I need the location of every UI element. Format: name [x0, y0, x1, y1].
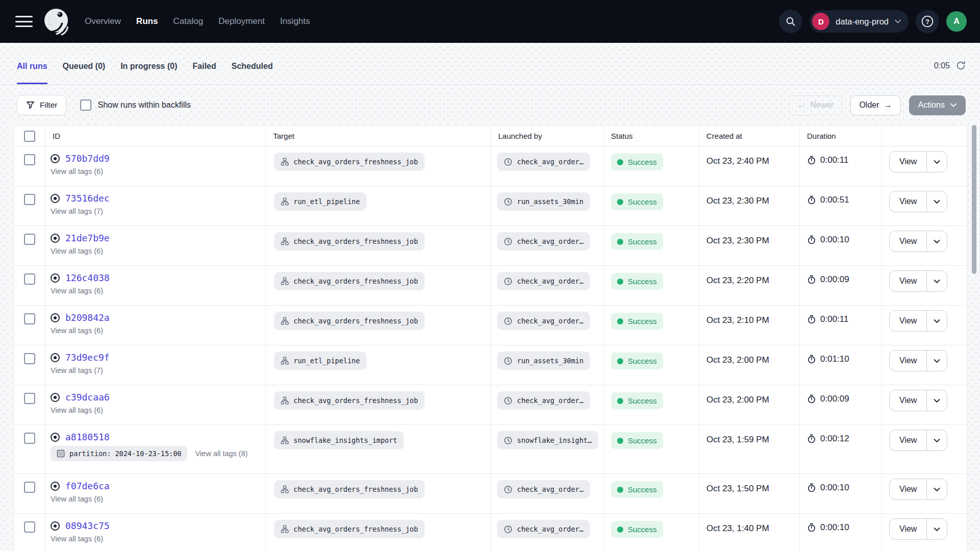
menu-icon[interactable]: [15, 15, 33, 28]
launched-by-tag[interactable]: check_avg_order…: [497, 391, 590, 410]
view-all-tags-link[interactable]: View all tags (7): [51, 207, 103, 215]
select-all-checkbox[interactable]: [24, 131, 35, 142]
view-dropdown-button[interactable]: [927, 390, 947, 411]
clock-icon: [504, 485, 512, 494]
view-dropdown-button[interactable]: [927, 152, 947, 172]
partition-tag[interactable]: partition: 2024-10-23-15:00: [51, 446, 187, 461]
row-checkbox[interactable]: [24, 521, 35, 533]
view-all-tags-link[interactable]: View all tags (8): [195, 449, 248, 458]
tab-queued[interactable]: Queued (0): [63, 43, 106, 84]
launched-by-tag[interactable]: check_avg_order…: [497, 520, 590, 538]
view-button[interactable]: View: [890, 519, 927, 539]
launched-by-tag[interactable]: run_assets_30min: [497, 352, 590, 370]
view-button[interactable]: View: [890, 479, 927, 499]
run-id-link[interactable]: 126c4038: [65, 272, 110, 283]
launched-by-tag[interactable]: check_avg_order…: [497, 272, 590, 290]
actions-button[interactable]: Actions: [909, 95, 966, 115]
row-checkbox[interactable]: [24, 313, 35, 324]
view-dropdown-button[interactable]: [927, 191, 947, 212]
run-id-link[interactable]: a8180518: [65, 432, 110, 442]
tab-scheduled[interactable]: Scheduled: [232, 43, 273, 84]
run-id-link[interactable]: 73d9ec9f: [65, 352, 110, 363]
view-dropdown-button[interactable]: [927, 430, 947, 450]
run-id-link[interactable]: c39dcaa6: [65, 392, 110, 403]
view-all-tags-link[interactable]: View all tags (6): [51, 247, 103, 255]
view-button[interactable]: View: [890, 390, 927, 411]
status-dot-icon: [617, 487, 623, 493]
row-checkbox[interactable]: [24, 433, 35, 444]
stopwatch-icon: [807, 235, 816, 244]
run-id-link[interactable]: 73516dec: [65, 193, 110, 204]
view-dropdown-button[interactable]: [927, 231, 947, 252]
view-dropdown-button[interactable]: [927, 350, 947, 371]
nav-catalog[interactable]: Catalog: [173, 16, 203, 27]
view-all-tags-link[interactable]: View all tags (7): [51, 366, 103, 374]
user-avatar[interactable]: A: [946, 11, 967, 32]
target-tag[interactable]: check_avg_orders_freshness_job: [274, 520, 425, 538]
view-button[interactable]: View: [890, 350, 927, 371]
row-checkbox[interactable]: [24, 194, 35, 205]
newer-button[interactable]: ← Newer: [789, 95, 842, 115]
target-tag[interactable]: check_avg_orders_freshness_job: [274, 153, 425, 171]
view-all-tags-link[interactable]: View all tags (6): [51, 406, 103, 414]
target-tag[interactable]: check_avg_orders_freshness_job: [274, 312, 425, 330]
target-tag[interactable]: check_avg_orders_freshness_job: [274, 480, 425, 498]
run-id-link[interactable]: 21de7b9e: [65, 233, 110, 243]
launched-by-tag[interactable]: check_avg_order…: [497, 232, 590, 251]
view-button-group: View: [889, 191, 947, 212]
nav-overview[interactable]: Overview: [85, 16, 121, 27]
target-tag[interactable]: snowflake_insights_import: [274, 431, 404, 449]
target-tag[interactable]: run_etl_pipeline: [274, 352, 366, 370]
view-dropdown-button[interactable]: [927, 519, 947, 539]
launched-by-tag[interactable]: check_avg_order…: [497, 153, 590, 171]
view-all-tags-link[interactable]: View all tags (6): [51, 535, 103, 543]
run-id-link[interactable]: 08943c75: [65, 520, 110, 531]
target-tag[interactable]: run_etl_pipeline: [274, 192, 366, 211]
row-checkbox[interactable]: [24, 482, 35, 493]
tab-failed[interactable]: Failed: [192, 43, 216, 84]
view-button[interactable]: View: [890, 311, 927, 331]
nav-deployment[interactable]: Deployment: [218, 16, 265, 27]
duration-text: 0:00:10: [820, 235, 849, 245]
view-button[interactable]: View: [890, 191, 927, 212]
row-checkbox[interactable]: [24, 273, 35, 285]
launched-by-tag[interactable]: snowflake_insight…: [497, 431, 598, 449]
chevron-down-icon: [934, 160, 940, 164]
target-tag[interactable]: check_avg_orders_freshness_job: [274, 272, 425, 290]
row-checkbox[interactable]: [24, 234, 35, 245]
backfills-checkbox[interactable]: [80, 99, 91, 111]
refresh-button[interactable]: [956, 61, 966, 70]
help-button[interactable]: ?: [916, 10, 939, 33]
view-dropdown-button[interactable]: [927, 311, 947, 331]
launched-by-tag[interactable]: check_avg_order…: [497, 312, 590, 330]
tab-in-progress[interactable]: In progress (0): [120, 43, 177, 84]
view-button[interactable]: View: [890, 271, 927, 291]
row-checkbox[interactable]: [24, 353, 35, 364]
view-all-tags-link[interactable]: View all tags (6): [51, 495, 103, 503]
launched-by-tag[interactable]: check_avg_order…: [497, 480, 590, 498]
view-all-tags-link[interactable]: View all tags (6): [51, 287, 103, 295]
view-dropdown-button[interactable]: [927, 479, 947, 499]
row-checkbox[interactable]: [24, 154, 35, 165]
nav-runs[interactable]: Runs: [136, 16, 158, 27]
search-button[interactable]: [779, 10, 802, 33]
older-button[interactable]: Older →: [850, 95, 900, 115]
target-tag[interactable]: check_avg_orders_freshness_job: [274, 232, 425, 251]
launched-by-tag[interactable]: run_assets_30min: [497, 192, 590, 211]
vertical-scrollbar[interactable]: [972, 125, 976, 274]
view-button[interactable]: View: [890, 231, 927, 252]
workspace-switcher[interactable]: D data-eng-prod: [810, 10, 909, 33]
filter-button[interactable]: Filter: [17, 95, 66, 115]
view-dropdown-button[interactable]: [927, 271, 947, 291]
run-id-link[interactable]: f07de6ca: [65, 481, 110, 491]
row-checkbox[interactable]: [24, 393, 35, 404]
view-all-tags-link[interactable]: View all tags (6): [51, 167, 103, 176]
run-id-link[interactable]: b209842a: [65, 312, 110, 323]
run-id-link[interactable]: 570b7dd9: [65, 153, 110, 164]
nav-insights[interactable]: Insights: [280, 16, 310, 27]
tab-all-runs[interactable]: All runs: [17, 43, 47, 84]
target-tag[interactable]: check_avg_orders_freshness_job: [274, 391, 425, 410]
view-button[interactable]: View: [890, 430, 927, 450]
view-button[interactable]: View: [890, 152, 927, 172]
view-all-tags-link[interactable]: View all tags (6): [51, 327, 103, 335]
